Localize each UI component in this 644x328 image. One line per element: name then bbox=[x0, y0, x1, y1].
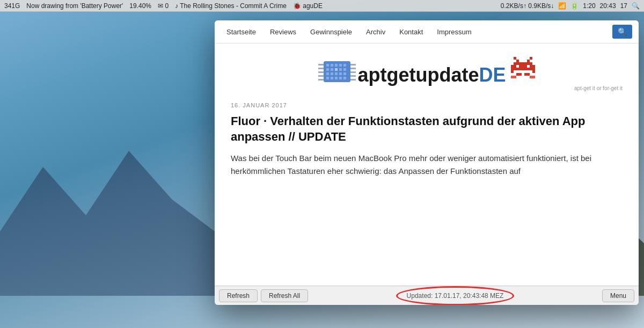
svg-rect-17 bbox=[331, 77, 333, 79]
menubar-search-icon[interactable]: 🔍 bbox=[632, 2, 640, 10]
svg-rect-35 bbox=[514, 62, 532, 65]
svg-rect-30 bbox=[350, 79, 356, 81]
menubar-battery: 🔋 bbox=[570, 2, 579, 10]
search-button[interactable]: 🔍 bbox=[612, 25, 632, 39]
svg-rect-32 bbox=[530, 57, 532, 60]
svg-rect-31 bbox=[514, 57, 516, 60]
browser-window: Startseite Reviews Gewinnspiele Archiv K… bbox=[215, 20, 639, 305]
site-navigation: Startseite Reviews Gewinnspiele Archiv K… bbox=[215, 20, 639, 43]
svg-rect-47 bbox=[530, 76, 535, 78]
svg-rect-39 bbox=[530, 65, 532, 68]
menubar-app: 🐞 aguDE bbox=[293, 2, 323, 10]
svg-rect-14 bbox=[339, 72, 342, 75]
svg-rect-16 bbox=[326, 77, 329, 79]
menubar-date: 17 bbox=[620, 2, 627, 10]
svg-rect-27 bbox=[350, 68, 356, 69]
svg-rect-24 bbox=[318, 75, 324, 77]
svg-rect-40 bbox=[532, 65, 535, 68]
svg-rect-8 bbox=[335, 68, 338, 71]
article-date: 16. JANUAR 2017 bbox=[231, 102, 623, 108]
logo-chip-icon bbox=[316, 57, 358, 86]
svg-rect-13 bbox=[335, 72, 338, 75]
menubar-drawing: Now drawing from 'Battery Power' bbox=[26, 2, 123, 10]
updated-text-container: Updated: 17.01.17, 20:43:48 MEZ bbox=[311, 292, 599, 300]
svg-rect-3 bbox=[335, 64, 338, 67]
svg-rect-33 bbox=[516, 60, 519, 62]
svg-rect-23 bbox=[318, 71, 324, 73]
nav-item-kontakt[interactable]: Kontakt bbox=[394, 26, 428, 38]
svg-rect-7 bbox=[331, 68, 333, 71]
space-invader-icon bbox=[508, 54, 538, 84]
svg-rect-36 bbox=[511, 65, 514, 68]
svg-rect-15 bbox=[343, 72, 346, 75]
svg-rect-2 bbox=[331, 64, 333, 67]
nav-item-startseite[interactable]: Startseite bbox=[221, 26, 261, 38]
svg-rect-38 bbox=[519, 65, 527, 68]
svg-rect-20 bbox=[343, 77, 346, 79]
svg-rect-26 bbox=[350, 64, 356, 65]
menubar-time: 1:20 bbox=[583, 2, 595, 10]
svg-rect-4 bbox=[339, 64, 342, 67]
menubar-mail: ✉ 0 bbox=[158, 2, 169, 10]
nav-item-impressum[interactable]: Impressum bbox=[431, 26, 477, 38]
menubar-network: 0.2KB/s↑ 0.9KB/s↓ bbox=[501, 2, 554, 10]
svg-rect-1 bbox=[326, 64, 329, 67]
svg-rect-44 bbox=[516, 73, 522, 76]
svg-rect-37 bbox=[514, 65, 516, 68]
svg-rect-11 bbox=[326, 72, 329, 75]
refresh-button[interactable]: Refresh bbox=[219, 289, 258, 302]
svg-rect-22 bbox=[318, 68, 324, 69]
svg-rect-43 bbox=[532, 70, 535, 73]
article-title: Fluor · Verhalten der Funktionstasten au… bbox=[231, 114, 623, 144]
nav-item-reviews[interactable]: Reviews bbox=[265, 26, 302, 38]
nav-item-gewinnspiele[interactable]: Gewinnspiele bbox=[305, 26, 357, 38]
menubar-wifi: 📶 bbox=[558, 2, 566, 10]
updated-label: Updated: 17.01.17, 20:43:48 MEZ bbox=[407, 292, 504, 300]
svg-rect-45 bbox=[524, 73, 530, 76]
menubar-music: ♪ The Rolling Stones - Commit A Crime bbox=[175, 2, 287, 10]
menubar: 341G Now drawing from 'Battery Power' 19… bbox=[0, 0, 644, 12]
svg-rect-10 bbox=[343, 68, 346, 71]
svg-rect-28 bbox=[350, 71, 356, 73]
svg-rect-41 bbox=[511, 68, 535, 70]
logo-de-text: DE bbox=[479, 64, 506, 86]
svg-rect-5 bbox=[343, 64, 346, 67]
bottom-bar: Refresh Refresh All Updated: 17.01.17, 2… bbox=[215, 286, 639, 305]
refresh-all-button[interactable]: Refresh All bbox=[261, 289, 308, 302]
svg-rect-18 bbox=[335, 77, 338, 79]
svg-rect-19 bbox=[339, 77, 342, 79]
svg-rect-9 bbox=[339, 68, 342, 71]
nav-item-archiv[interactable]: Archiv bbox=[361, 26, 391, 38]
article-body: Was bei der Touch Bar beim neuen MacBook… bbox=[231, 152, 623, 178]
svg-rect-25 bbox=[318, 79, 324, 81]
svg-rect-46 bbox=[511, 76, 516, 78]
menubar-storage: 341G bbox=[4, 2, 20, 10]
menubar-battery-pct: 19.40% bbox=[129, 2, 151, 10]
logo-area: aptgetupdate DE bbox=[231, 54, 623, 91]
svg-rect-34 bbox=[527, 60, 530, 62]
svg-rect-6 bbox=[326, 68, 329, 71]
logo-main-text: aptgetupdate bbox=[357, 64, 479, 86]
svg-rect-42 bbox=[511, 70, 514, 73]
site-content: aptgetupdate DE bbox=[215, 43, 639, 286]
svg-rect-21 bbox=[318, 64, 324, 65]
menu-button[interactable]: Menu bbox=[602, 289, 634, 302]
svg-rect-29 bbox=[350, 75, 356, 77]
menubar-clock: 20:43 bbox=[600, 2, 616, 10]
svg-rect-12 bbox=[331, 72, 333, 75]
